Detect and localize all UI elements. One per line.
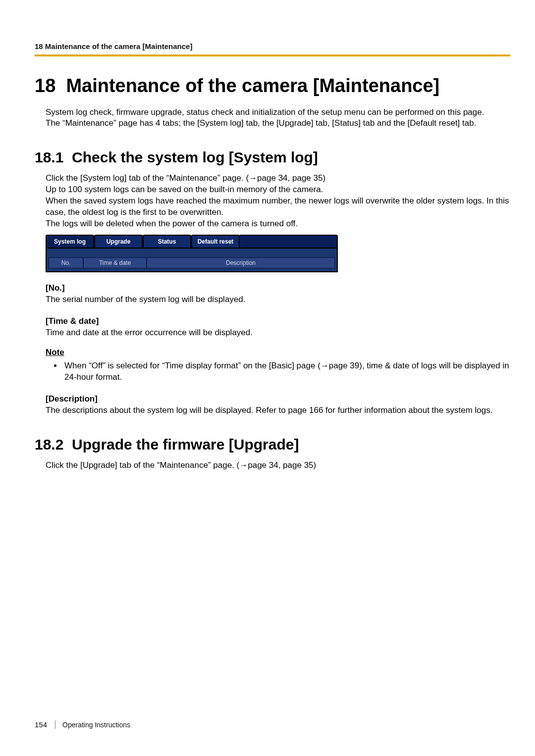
section-18-2-number: 18.2 xyxy=(35,436,63,453)
running-header: 18 Maintenance of the camera [Maintenanc… xyxy=(35,42,510,56)
ui-pane: No. Time & date Description xyxy=(46,248,338,272)
field-no-label: [No.] xyxy=(46,283,510,293)
section-18-1-p2: Up to 100 system logs can be saved on th… xyxy=(46,184,510,196)
doc-label: Operating Instructions xyxy=(55,721,130,729)
page-number: 154 xyxy=(35,720,55,729)
col-time-date: Time & date xyxy=(83,257,147,268)
section-18-1-p3: When the saved system logs have reached … xyxy=(46,196,510,218)
tab-system-log[interactable]: System log xyxy=(46,235,94,248)
section-18-1-number: 18.1 xyxy=(35,149,63,165)
note-heading: Note xyxy=(46,348,510,357)
field-timedate-label: [Time & date] xyxy=(46,316,510,326)
tab-bar-spacer xyxy=(240,235,338,248)
ui-tabs: System log Upgrade Status Default reset xyxy=(46,235,338,248)
system-log-ui: System log Upgrade Status Default reset … xyxy=(46,235,338,272)
section-18-2-p1: Click the [Upgrade] tab of the “Maintena… xyxy=(46,460,510,471)
field-no-desc: The serial number of the system log will… xyxy=(46,294,510,305)
section-18-1-body: Click the [System log] tab of the “Maint… xyxy=(46,173,510,230)
ui-table-header: No. Time & date Description xyxy=(49,257,335,268)
section-18-2-heading: Upgrade the firmware [Upgrade] xyxy=(72,436,299,453)
section-18-1-p1: Click the [System log] tab of the “Maint… xyxy=(46,173,510,184)
tab-default-reset[interactable]: Default reset xyxy=(191,235,240,248)
field-timedate-desc: Time and date at the error occurrence wi… xyxy=(46,327,510,339)
note-list: When “Off” is selected for “Time display… xyxy=(46,360,510,383)
chapter-intro: System log check, firmware upgrade, stat… xyxy=(46,107,510,130)
chapter-intro-p1: System log check, firmware upgrade, stat… xyxy=(46,107,510,118)
footer: 154 Operating Instructions xyxy=(35,720,130,729)
chapter-heading: Maintenance of the camera [Maintenance] xyxy=(66,75,439,96)
section-18-1-p4: The logs will be deleted when the power … xyxy=(46,218,510,230)
chapter-number: 18 xyxy=(35,75,55,96)
field-description-desc: The descriptions about the system log wi… xyxy=(46,405,510,416)
tab-status[interactable]: Status xyxy=(143,235,191,248)
section-18-1-heading: Check the system log [System log] xyxy=(72,149,318,165)
section-18-2-title: 18.2 Upgrade the firmware [Upgrade] xyxy=(35,436,510,453)
chapter-title: 18 Maintenance of the camera [Maintenanc… xyxy=(35,74,510,98)
col-description: Description xyxy=(147,257,335,268)
note-item: When “Off” is selected for “Time display… xyxy=(62,360,510,383)
col-no: No. xyxy=(49,257,83,268)
chapter-intro-p2: The “Maintenance” page has 4 tabs; the [… xyxy=(46,118,510,129)
field-description-label: [Description] xyxy=(46,394,510,404)
tab-upgrade[interactable]: Upgrade xyxy=(94,235,143,248)
section-18-1-title: 18.1 Check the system log [System log] xyxy=(35,149,510,166)
section-18-2-body: Click the [Upgrade] tab of the “Maintena… xyxy=(46,460,510,471)
